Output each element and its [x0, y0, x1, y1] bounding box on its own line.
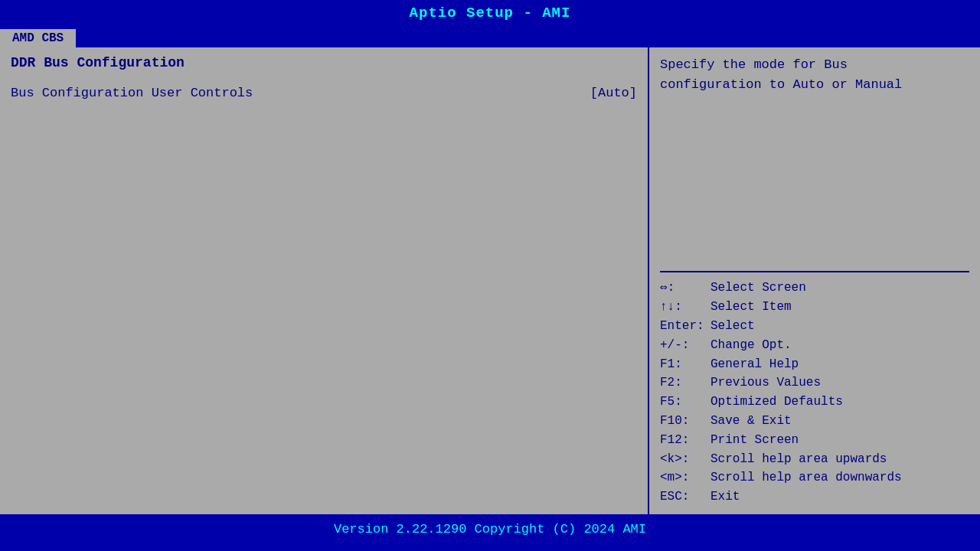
help-line-1: Specify the mode for Bus — [660, 55, 969, 75]
tab-label: AMD CBS — [12, 31, 64, 45]
shortcut-row: F12:Print Screen — [660, 431, 969, 450]
shortcut-key: Enter: — [660, 317, 706, 336]
shortcut-action: Select Screen — [710, 279, 806, 298]
shortcut-row: F2:Previous Values — [660, 373, 969, 393]
shortcut-action: Change Opt. — [710, 336, 792, 355]
shortcut-row: Enter:Select — [660, 317, 969, 336]
title-text: Aptio Setup - AMI — [410, 5, 571, 21]
tab-amd-cbs[interactable]: AMD CBS — [0, 29, 76, 47]
shortcut-key: F2: — [660, 373, 706, 393]
app-title: Aptio Setup - AMI — [0, 0, 980, 24]
shortcut-row: ↑↓:Select Item — [660, 298, 969, 317]
config-row[interactable]: Bus Configuration User Controls [Auto] — [11, 84, 637, 102]
shortcut-row: F5:Optimized Defaults — [660, 393, 969, 412]
footer-text: Version 2.22.1290 Copyright (C) 2024 AMI — [334, 522, 646, 536]
shortcut-key: F10: — [660, 412, 706, 431]
shortcut-key: <m>: — [660, 468, 706, 487]
shortcut-key: F12: — [660, 431, 706, 450]
shortcut-key: ESC: — [660, 487, 706, 507]
section-title: DDR Bus Configuration — [11, 55, 637, 70]
shortcut-row: ESC:Exit — [660, 487, 969, 507]
shortcut-action: Optimized Defaults — [710, 393, 843, 412]
shortcut-action: Select Item — [710, 298, 792, 317]
shortcut-key: ↑↓: — [660, 298, 706, 317]
tab-bar: AMD CBS — [0, 24, 980, 47]
shortcut-key: +/-: — [660, 336, 706, 355]
shortcut-action: Print Screen — [710, 431, 799, 450]
shortcut-row: F10:Save & Exit — [660, 412, 969, 431]
shortcut-row: +/-:Change Opt. — [660, 336, 969, 355]
shortcut-action: Exit — [710, 487, 740, 507]
shortcut-action: Select — [710, 317, 755, 336]
shortcut-action: Save & Exit — [710, 412, 792, 431]
shortcut-row: <m>:Scroll help area downwards — [660, 468, 969, 487]
config-label: Bus Configuration User Controls — [11, 86, 575, 100]
shortcut-action: Previous Values — [710, 373, 821, 393]
divider — [660, 271, 969, 272]
right-panel: Specify the mode for Bus configuration t… — [649, 47, 980, 514]
main-content: DDR Bus Configuration Bus Configuration … — [0, 47, 980, 514]
shortcut-row: ⇔:Select Screen — [660, 279, 969, 298]
shortcut-key: F5: — [660, 393, 706, 412]
config-value: [Auto] — [590, 86, 637, 100]
shortcut-action: General Help — [710, 355, 799, 374]
shortcut-key: ⇔: — [660, 279, 706, 298]
left-panel: DDR Bus Configuration Bus Configuration … — [0, 47, 649, 514]
help-text: Specify the mode for Bus configuration t… — [660, 55, 969, 265]
footer: Version 2.22.1290 Copyright (C) 2024 AMI — [0, 514, 980, 543]
shortcut-key: F1: — [660, 355, 706, 374]
shortcut-row: <k>:Scroll help area upwards — [660, 450, 969, 469]
shortcut-list: ⇔:Select Screen↑↓:Select ItemEnter:Selec… — [660, 279, 969, 507]
shortcut-action: Scroll help area downwards — [710, 468, 902, 487]
shortcut-key: <k>: — [660, 450, 706, 469]
shortcut-action: Scroll help area upwards — [710, 450, 887, 469]
help-line-2: configuration to Auto or Manual — [660, 75, 969, 95]
shortcut-row: F1:General Help — [660, 355, 969, 374]
